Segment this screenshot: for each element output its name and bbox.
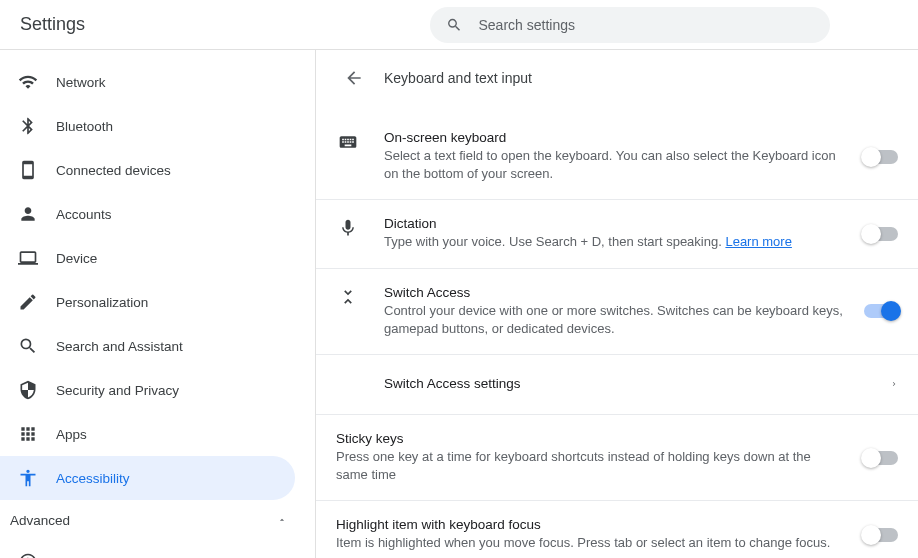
clock-icon [18, 552, 38, 558]
setting-title: Switch Access settings [384, 376, 870, 391]
setting-dictation: Dictation Type with your voice. Use Sear… [316, 200, 918, 268]
sidebar-item-label: Bluetooth [56, 119, 113, 134]
search-container[interactable] [430, 7, 830, 43]
desc-text: Type with your voice. Use Search + D, th… [384, 234, 725, 249]
setting-text: On-screen keyboard Select a text field t… [384, 130, 844, 183]
laptop-icon [18, 248, 38, 268]
header: Settings [0, 0, 918, 50]
arrow-back-icon [344, 68, 364, 88]
sidebar-item-search-assistant[interactable]: Search and Assistant [0, 324, 295, 368]
setting-text: Sticky keys Press one key at a time for … [336, 431, 844, 484]
advanced-label: Advanced [10, 513, 70, 528]
setting-text: Switch Access Control your device with o… [384, 285, 844, 338]
setting-on-screen-keyboard: On-screen keyboard Select a text field t… [316, 106, 918, 200]
accessibility-icon [18, 468, 38, 488]
learn-more-link[interactable]: Learn more [725, 234, 791, 249]
sidebar-item-label: Search and Assistant [56, 339, 183, 354]
sidebar-item-label: Security and Privacy [56, 383, 179, 398]
setting-title: On-screen keyboard [384, 130, 844, 145]
sidebar-item-label: Accessibility [56, 471, 130, 486]
apps-icon [18, 424, 38, 444]
search-icon [18, 336, 38, 356]
app-title: Settings [20, 14, 85, 35]
search-icon [446, 16, 462, 34]
setting-desc: Press one key at a time for keyboard sho… [336, 448, 844, 484]
sidebar-item-label: Connected devices [56, 163, 171, 178]
wifi-icon [18, 72, 38, 92]
back-button[interactable] [336, 60, 372, 96]
phone-icon [18, 160, 38, 180]
sidebar-item-apps[interactable]: Apps [0, 412, 295, 456]
search-input[interactable] [478, 17, 814, 33]
bluetooth-icon [18, 116, 38, 136]
content-header: Keyboard and text input [316, 50, 918, 106]
setting-title: Dictation [384, 216, 844, 231]
sidebar-item-label: Apps [56, 427, 87, 442]
setting-text: Switch Access settings [384, 376, 870, 393]
content-area: Keyboard and text input On-screen keyboa… [315, 50, 918, 558]
setting-highlight-focus: Highlight item with keyboard focus Item … [316, 501, 918, 558]
toggle-on-screen-keyboard[interactable] [864, 150, 898, 164]
settings-list: On-screen keyboard Select a text field t… [316, 106, 918, 558]
sidebar-item-label: Accounts [56, 207, 112, 222]
sidebar-item-accessibility[interactable]: Accessibility [0, 456, 295, 500]
setting-desc: Control your device with one or more swi… [384, 302, 844, 338]
setting-text: Highlight item with keyboard focus Item … [336, 517, 844, 552]
setting-switch-access-settings[interactable]: Switch Access settings [316, 355, 918, 415]
toggle-sticky-keys[interactable] [864, 451, 898, 465]
sidebar-item-personalization[interactable]: Personalization [0, 280, 295, 324]
sidebar-item-device[interactable]: Device [0, 236, 295, 280]
sidebar-item-label: Network [56, 75, 106, 90]
toggle-dictation[interactable] [864, 227, 898, 241]
setting-switch-access: Switch Access Control your device with o… [316, 269, 918, 355]
setting-desc: Item is highlighted when you move focus.… [336, 534, 844, 552]
setting-desc: Type with your voice. Use Search + D, th… [384, 233, 844, 251]
sidebar-item-bluetooth[interactable]: Bluetooth [0, 104, 295, 148]
page-title: Keyboard and text input [384, 70, 532, 86]
sidebar: Network Bluetooth Connected devices Acco… [0, 50, 315, 558]
sidebar-item-network[interactable]: Network [0, 60, 295, 104]
chevron-right-icon [890, 380, 898, 388]
sidebar-item-label: Device [56, 251, 97, 266]
setting-sticky-keys: Sticky keys Press one key at a time for … [316, 415, 918, 501]
shield-icon [18, 380, 38, 400]
sidebar-item-security-privacy[interactable]: Security and Privacy [0, 368, 295, 412]
sidebar-advanced-toggle[interactable]: Advanced [0, 500, 315, 540]
keyboard-icon [336, 130, 360, 152]
edit-icon [18, 292, 38, 312]
chevron-up-icon [277, 515, 287, 525]
main-container: Network Bluetooth Connected devices Acco… [0, 50, 918, 558]
sidebar-item-label: Date and time [56, 555, 140, 559]
sidebar-item-connected-devices[interactable]: Connected devices [0, 148, 295, 192]
sidebar-item-date-time[interactable]: Date and time [0, 540, 295, 558]
mic-icon [336, 216, 360, 238]
person-icon [18, 204, 38, 224]
switch-icon [336, 285, 360, 307]
toggle-highlight-focus[interactable] [864, 528, 898, 542]
setting-title: Sticky keys [336, 431, 844, 446]
toggle-switch-access[interactable] [864, 304, 898, 318]
sidebar-item-label: Personalization [56, 295, 148, 310]
sidebar-item-accounts[interactable]: Accounts [0, 192, 295, 236]
setting-desc: Select a text field to open the keyboard… [384, 147, 844, 183]
setting-text: Dictation Type with your voice. Use Sear… [384, 216, 844, 251]
setting-title: Highlight item with keyboard focus [336, 517, 844, 532]
setting-title: Switch Access [384, 285, 844, 300]
